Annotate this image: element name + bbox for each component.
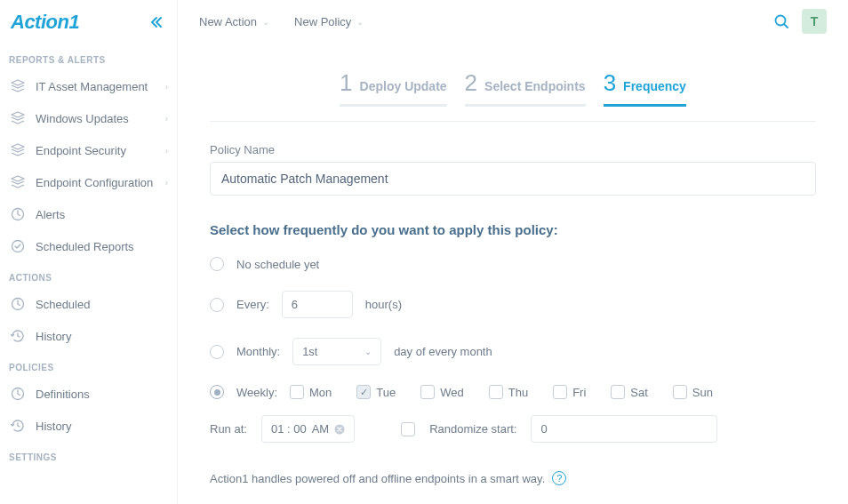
- nav-label: Windows Updates: [36, 112, 129, 125]
- sidebar-item-alerts[interactable]: Alerts: [0, 198, 177, 230]
- radio-monthly[interactable]: [210, 345, 224, 359]
- new-policy-dropdown[interactable]: New Policy ⌄: [294, 15, 364, 28]
- wizard-card: 1 Deploy Update 2 Select Endpoints 3 Fre…: [178, 43, 848, 504]
- day-checkbox-tue[interactable]: [356, 385, 371, 399]
- time-ampm: AM: [312, 422, 330, 436]
- sidebar-item-history-actions[interactable]: History: [0, 320, 177, 352]
- sidebar-item-endpoint-config[interactable]: Endpoint Configuration ›: [0, 166, 177, 198]
- topbar-right: T: [773, 9, 827, 34]
- sidebar-item-scheduled-reports[interactable]: Scheduled Reports: [0, 230, 177, 262]
- main: New Action ⌄ New Policy ⌄ T 1 Deploy Upd…: [178, 0, 848, 504]
- layers-icon: [11, 79, 25, 93]
- nav-label: Endpoint Security: [36, 144, 126, 157]
- sidebar-item-definitions[interactable]: Definitions: [0, 378, 177, 410]
- day-label: Sun: [692, 386, 713, 399]
- day-checkbox-wed[interactable]: [420, 385, 435, 399]
- chevron-right-icon: ›: [165, 146, 168, 156]
- radio-label: No schedule yet: [236, 258, 319, 271]
- clear-time-button[interactable]: [334, 424, 345, 435]
- new-policy-label: New Policy: [294, 15, 351, 28]
- nav-label: Endpoint Configuration: [36, 176, 153, 189]
- run-at-row: Run at: 01 : 00 AM Randomize start:: [210, 415, 816, 443]
- svg-point-1: [12, 241, 24, 252]
- new-action-dropdown[interactable]: New Action ⌄: [199, 15, 269, 28]
- policy-name-label: Policy Name: [210, 143, 816, 156]
- chevron-right-icon: ›: [165, 178, 168, 188]
- chevron-down-icon: ⌄: [356, 17, 364, 27]
- run-at-time-input[interactable]: 01 : 00 AM: [261, 415, 355, 443]
- every-hours-input[interactable]: [282, 291, 353, 318]
- sidebar: Action1 REPORTS & ALERTS IT Asset Manage…: [0, 0, 178, 504]
- radio-label: Monthly:: [236, 345, 280, 358]
- step-frequency[interactable]: 3 Frequency: [604, 69, 686, 107]
- smart-note: Action1 handles powered off and offline …: [210, 471, 816, 485]
- day-label: Fri: [572, 386, 586, 399]
- frequency-section-title: Select how frequently do you want to app…: [210, 222, 816, 237]
- clock-icon: [11, 387, 25, 401]
- randomize-checkbox[interactable]: [401, 422, 415, 436]
- monthly-day-select[interactable]: 1st ⌄: [292, 338, 381, 365]
- day-checkbox-sun[interactable]: [673, 385, 687, 399]
- time-value: 01 : 00: [271, 422, 307, 436]
- every-unit-label: hour(s): [365, 298, 402, 311]
- step-deploy-update[interactable]: 1 Deploy Update: [340, 69, 446, 107]
- layers-icon: [11, 111, 25, 125]
- divider: [210, 121, 816, 122]
- step-select-endpoints[interactable]: 2 Select Endpoints: [465, 69, 586, 107]
- radio-label: Weekly:: [236, 386, 277, 399]
- step-number: 3: [604, 69, 616, 97]
- sidebar-item-scheduled[interactable]: Scheduled: [0, 288, 177, 320]
- nav-section-reports: REPORTS & ALERTS: [0, 44, 177, 70]
- chevron-left-icon: [148, 15, 163, 29]
- chevron-down-icon: ⌄: [262, 17, 269, 27]
- day-label: Mon: [309, 386, 332, 399]
- sidebar-item-history-policies[interactable]: History: [0, 410, 177, 442]
- chevron-right-icon: ›: [165, 82, 168, 92]
- history-icon: [11, 329, 25, 343]
- day-checkbox-sat[interactable]: [611, 385, 625, 399]
- option-no-schedule: No schedule yet: [210, 257, 816, 271]
- radio-no-schedule[interactable]: [210, 257, 224, 271]
- step-label: Deploy Update: [360, 79, 447, 93]
- sidebar-collapse-button[interactable]: [148, 15, 163, 29]
- randomize-input[interactable]: [531, 415, 717, 443]
- nav-label: History: [36, 420, 71, 433]
- topbar: New Action ⌄ New Policy ⌄ T: [178, 0, 848, 43]
- nav-label: IT Asset Management: [36, 80, 148, 93]
- run-at-label: Run at:: [210, 422, 247, 436]
- radio-weekly[interactable]: [210, 385, 224, 399]
- topbar-left: New Action ⌄ New Policy ⌄: [199, 15, 364, 28]
- clock-icon: [11, 297, 25, 311]
- chevron-right-icon: ›: [165, 114, 168, 124]
- check-circle-icon: [11, 239, 25, 253]
- note-text: Action1 handles powered off and offline …: [210, 472, 545, 485]
- close-circle-icon: [334, 424, 345, 435]
- help-button[interactable]: ?: [552, 471, 566, 485]
- day-checkbox-thu[interactable]: [489, 385, 503, 399]
- stepper: 1 Deploy Update 2 Select Endpoints 3 Fre…: [210, 69, 816, 107]
- search-icon: [773, 13, 789, 29]
- day-label: Thu: [508, 386, 528, 399]
- layers-icon: [11, 175, 25, 189]
- option-monthly: Monthly: 1st ⌄ day of every month: [210, 338, 816, 365]
- layers-icon: [11, 143, 25, 157]
- monthly-suffix-label: day of every month: [394, 345, 492, 358]
- nav-label: Definitions: [36, 388, 90, 401]
- chevron-down-icon: ⌄: [364, 347, 372, 356]
- radio-every[interactable]: [210, 298, 224, 312]
- sidebar-item-it-asset[interactable]: IT Asset Management ›: [0, 70, 177, 102]
- step-label: Select Endpoints: [484, 79, 586, 93]
- sidebar-item-endpoint-security[interactable]: Endpoint Security ›: [0, 134, 177, 166]
- nav-section-settings: SETTINGS: [0, 442, 177, 468]
- day-checkbox-mon[interactable]: [290, 385, 304, 399]
- user-avatar[interactable]: T: [802, 9, 827, 34]
- policy-name-input[interactable]: [210, 162, 816, 196]
- nav-label: Scheduled Reports: [36, 240, 134, 253]
- nav-label: Alerts: [36, 208, 65, 221]
- search-button[interactable]: [773, 13, 789, 29]
- nav-section-actions: ACTIONS: [0, 262, 177, 288]
- sidebar-item-windows-updates[interactable]: Windows Updates ›: [0, 102, 177, 134]
- new-action-label: New Action: [199, 15, 257, 28]
- nav-section-policies: POLICIES: [0, 352, 177, 378]
- day-checkbox-fri[interactable]: [553, 385, 567, 399]
